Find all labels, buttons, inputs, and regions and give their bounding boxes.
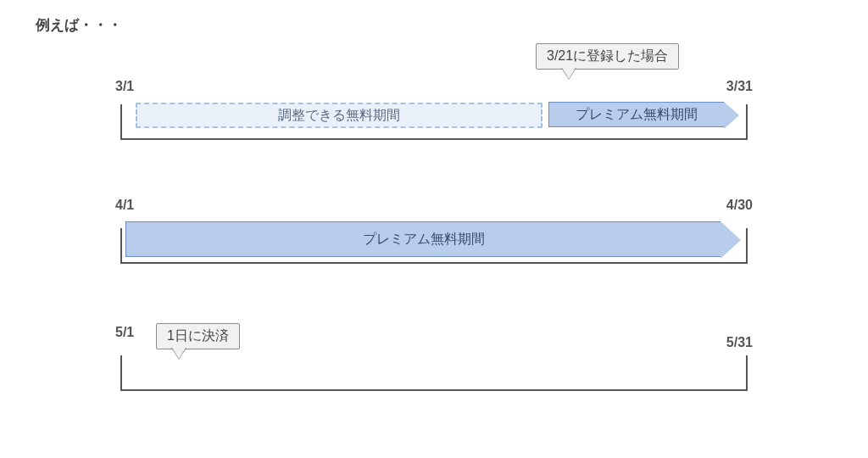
date-label-start: 4/1 [115, 198, 134, 213]
tick-start [120, 104, 122, 138]
payment-callout-tail-icon [171, 348, 186, 360]
adjustable-free-period-label: 調整できる無料期間 [278, 107, 400, 125]
payment-callout: 1日に決済 [156, 323, 240, 349]
registration-callout-text: 3/21に登録した場合 [547, 48, 668, 63]
axis-line [120, 138, 748, 140]
date-label-end: 4/30 [726, 198, 753, 213]
axis-line [120, 262, 748, 264]
premium-free-arrow-body: プレミアム無料期間 [125, 221, 721, 257]
tick-end [746, 355, 748, 389]
date-label-end: 5/31 [726, 335, 753, 350]
premium-free-arrow-march: プレミアム無料期間 [548, 102, 739, 129]
arrow-head-icon [721, 221, 741, 259]
registration-callout: 3/21に登録した場合 [536, 43, 679, 70]
premium-free-arrow-april: プレミアム無料期間 [125, 221, 741, 259]
date-label-start: 5/1 [115, 325, 134, 340]
timeline-row-april: 4/1 4/30 プレミアム無料期間 [120, 187, 748, 306]
timeline-row-may: 5/1 5/31 1日に決済 [120, 315, 748, 425]
tick-end [746, 228, 748, 262]
payment-callout-text: 1日に決済 [167, 328, 229, 343]
arrow-head-icon [724, 102, 739, 129]
tick-start [120, 228, 122, 262]
adjustable-free-period-box: 調整できる無料期間 [136, 103, 542, 128]
premium-free-arrow-body: プレミアム無料期間 [548, 102, 724, 127]
premium-free-label: プレミアム無料期間 [363, 231, 485, 249]
tick-start [120, 355, 122, 389]
axis-line [120, 389, 748, 391]
premium-free-label: プレミアム無料期間 [576, 106, 698, 124]
diagram-page: 例えば・・・ 3/21に登録した場合 3/1 3/31 調整できる無料期間 プレ… [0, 0, 868, 425]
date-label-end: 3/31 [726, 79, 753, 94]
timeline-row-march: 3/21に登録した場合 3/1 3/31 調整できる無料期間 プレミアム無料期間 [120, 43, 748, 179]
registration-callout-tail-icon [561, 68, 576, 80]
date-label-start: 3/1 [115, 79, 134, 94]
tick-end [746, 104, 748, 138]
diagram-title: 例えば・・・ [36, 15, 834, 35]
